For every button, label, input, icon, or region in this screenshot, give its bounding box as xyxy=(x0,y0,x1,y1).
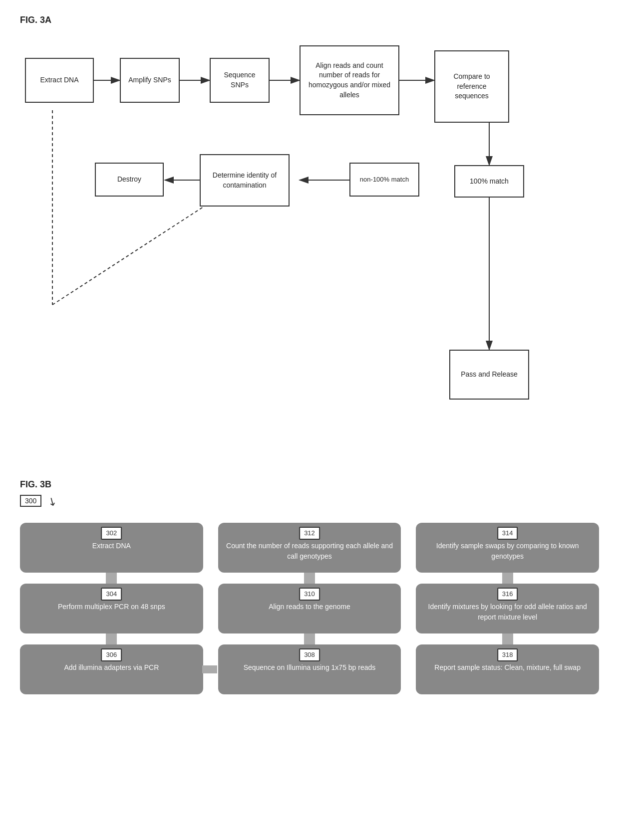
box-pass-release: Pass and Release xyxy=(449,350,529,400)
fig3b-block-308: 308 Sequence on Illumina using 1x75 bp r… xyxy=(218,644,401,694)
connector-col1-1 xyxy=(106,573,117,584)
connector-col2-2 xyxy=(304,633,315,644)
fig3b-diagram: FIG. 3B 300 ↘ 302 Extract DNA 304 Perfor… xyxy=(20,479,599,694)
box-align-reads: Align reads and count number of reads fo… xyxy=(300,45,399,115)
fig3b-main-number: 300 xyxy=(20,495,41,507)
badge-310: 310 xyxy=(299,588,320,601)
badge-308: 308 xyxy=(299,648,320,661)
fig3b-block-316: 316 Identify mixtures by looking for odd… xyxy=(416,584,599,633)
box-match-100: 100% match xyxy=(454,165,524,198)
fig3a-label: FIG. 3A xyxy=(20,15,599,25)
text-304: Perform multiplex PCR on 48 snps xyxy=(58,603,165,611)
box-extract-dna: Extract DNA xyxy=(25,58,94,103)
fig3b-block-302: 302 Extract DNA xyxy=(20,523,203,573)
fig3b-col-3: 314 Identify sample swaps by comparing t… xyxy=(416,523,599,694)
fig3a-diagram: Extract DNA Amplify SNPs Sequence SNPs A… xyxy=(20,30,599,464)
box-sequence-snps: Sequence SNPs xyxy=(210,58,270,103)
box-determine-identity: Determine identity of contamination xyxy=(200,154,290,207)
badge-304: 304 xyxy=(101,588,122,601)
connector-col2-1 xyxy=(304,573,315,584)
fig3b-col-2: 312 Count the number of reads supporting… xyxy=(218,523,401,694)
fig3b-block-306: 306 Add illumina adapters via PCR xyxy=(20,644,203,694)
badge-306: 306 xyxy=(101,648,122,661)
text-302: Extract DNA xyxy=(92,542,131,550)
text-316: Identify mixtures by looking for odd all… xyxy=(428,603,587,621)
text-306: Add illumina adapters via PCR xyxy=(64,663,159,671)
fig3b-block-310: 310 Align reads to the genome xyxy=(218,584,401,633)
box-non-match: non-100% match xyxy=(349,163,419,197)
connector-col3-2 xyxy=(502,633,513,644)
box-amplify-snps: Amplify SNPs xyxy=(120,58,180,103)
fig3b-block-304: 304 Perform multiplex PCR on 48 snps xyxy=(20,584,203,633)
text-314: Identify sample swaps by comparing to kn… xyxy=(436,542,579,560)
box-destroy: Destroy xyxy=(95,163,164,197)
hconnector-308-306 xyxy=(202,665,217,673)
text-310: Align reads to the genome xyxy=(269,603,350,611)
fig3b-block-318: 318 Report sample status: Clean, mixture… xyxy=(416,644,599,694)
badge-302: 302 xyxy=(101,527,122,540)
badge-312: 312 xyxy=(299,527,320,540)
box-compare-ref: Compare to reference sequences xyxy=(434,50,509,123)
fig3b-col-1: 302 Extract DNA 304 Perform multiplex PC… xyxy=(20,523,203,694)
fig3b-block-314: 314 Identify sample swaps by comparing t… xyxy=(416,523,599,573)
text-308: Sequence on Illumina using 1x75 bp reads xyxy=(244,663,376,671)
text-312: Count the number of reads supporting eac… xyxy=(226,542,393,560)
fig3b-grid: 302 Extract DNA 304 Perform multiplex PC… xyxy=(20,523,599,694)
connector-col3-1 xyxy=(502,573,513,584)
fig3b-label: FIG. 3B xyxy=(20,479,599,490)
badge-314: 314 xyxy=(497,527,518,540)
fig3b-main-badge-row: 300 ↘ xyxy=(20,495,599,508)
fig3b-block-312: 312 Count the number of reads supporting… xyxy=(218,523,401,573)
connector-col1-2 xyxy=(106,633,117,644)
page: FIG. 3A xyxy=(0,0,619,840)
text-318: Report sample status: Clean, mixture, fu… xyxy=(434,663,581,671)
badge-318: 318 xyxy=(497,648,518,661)
badge-316: 316 xyxy=(497,588,518,601)
fig3b-arrow-indicator: ↘ xyxy=(45,493,59,509)
